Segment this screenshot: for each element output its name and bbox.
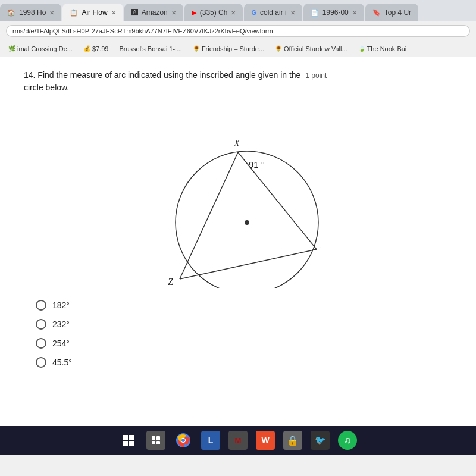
bookmark-bonsai-label: Brussel's Bonsai 1-i... — [119, 45, 181, 52]
tab-1996-icon: 📄 — [311, 9, 319, 17]
point-x-label: X — [233, 138, 240, 148]
question-points: 1 point — [305, 71, 327, 80]
tab-airflow-label: Air Flow — [82, 8, 107, 17]
tab-335[interactable]: ▶ (335) Ch ✕ — [184, 4, 243, 21]
svg-point-15 — [181, 439, 185, 442]
taskbar-office-icon[interactable]: W — [256, 431, 275, 450]
address-input[interactable]: rms/d/e/1FAlpQLSdLsH0P-27aJEScRTm9bkhA77… — [6, 25, 470, 37]
taskbar-files-icon[interactable] — [146, 431, 165, 450]
svg-rect-9 — [156, 436, 160, 440]
tab-1996[interactable]: 📄 1996-00 ✕ — [303, 4, 364, 21]
taskbar-lol-icon[interactable]: L — [201, 431, 220, 450]
option-45[interactable]: 45.5° — [36, 357, 452, 368]
option-182[interactable]: 182° — [36, 300, 452, 311]
question-text2: circle below. — [24, 83, 69, 92]
tab-1998-icon: 🏠 — [7, 9, 15, 17]
svg-rect-11 — [156, 441, 160, 444]
bookmark-nook-label: The Nook Bui — [367, 45, 407, 52]
taskbar-spotify-icon[interactable]: ♫ — [338, 431, 357, 450]
bookmark-price-icon: 💰 — [83, 45, 90, 52]
tab-amazon-close[interactable]: ✕ — [171, 10, 176, 16]
taskbar: L M W 🔒 🐦 ♫ — [0, 426, 476, 455]
answer-options: 182° 232° 254° 45.5° — [24, 300, 452, 368]
svg-rect-6 — [123, 441, 128, 446]
taskbar-bird-icon[interactable]: 🐦 — [311, 431, 330, 450]
tab-amazon-icon: 🅰 — [131, 9, 138, 16]
taskbar-chrome-icon[interactable] — [174, 431, 193, 450]
bookmark-friendship-label: Friendship – Starde... — [202, 45, 264, 52]
tab-amazon-label: Amazon — [142, 8, 168, 17]
option-182-label: 182° — [52, 300, 70, 310]
tab-335-close[interactable]: ✕ — [231, 10, 236, 16]
bookmark-animal-crossing-icon: 🌿 — [8, 45, 15, 52]
svg-rect-4 — [123, 435, 128, 440]
tab-airflow-icon: 📋 — [70, 9, 78, 17]
radio-182[interactable] — [36, 300, 46, 311]
taskbar-windows-icon[interactable] — [119, 431, 138, 450]
tab-top4[interactable]: 🔖 Top 4 Ur — [365, 4, 418, 21]
diagram-container: X Y Z 91 ° ? — [24, 104, 452, 288]
content-area: 14. Find the measure of arc indicated us… — [0, 57, 476, 426]
center-dot — [245, 220, 249, 225]
bookmark-price-label: $7.99 — [92, 45, 109, 52]
tab-cold-close[interactable]: ✕ — [290, 10, 295, 16]
tab-1996-close[interactable]: ✕ — [352, 10, 357, 16]
bookmark-stardew-label: Official Stardew Vall... — [284, 45, 347, 52]
tab-airflow-close[interactable]: ✕ — [111, 10, 116, 16]
option-45-label: 45.5° — [52, 358, 72, 367]
tab-cold-label: cold air i — [260, 8, 287, 17]
bookmark-animal-crossing-label: imal Crossing De... — [17, 45, 73, 52]
question-text: Find the measure of arc indicated using … — [37, 70, 300, 80]
bookmarks-bar: 🌿 imal Crossing De... 💰 $7.99 Brussel's … — [0, 40, 476, 57]
angle-label: 91 ° — [249, 159, 265, 170]
address-bar: rms/d/e/1FAlpQLSdLsH0P-27aJEScRTm9bkhA77… — [0, 21, 476, 40]
tab-1996-label: 1996-00 — [322, 8, 349, 17]
tab-335-icon: ▶ — [192, 9, 196, 17]
browser-chrome: 🏠 1998 Ho ✕ 📋 Air Flow ✕ 🅰 Amazon ✕ ▶ (3… — [0, 0, 476, 57]
bookmark-nook-icon: 🍃 — [358, 45, 365, 52]
tab-bar: 🏠 1998 Ho ✕ 📋 Air Flow ✕ 🅰 Amazon ✕ ▶ (3… — [0, 0, 476, 21]
svg-rect-10 — [152, 441, 155, 444]
radio-45[interactable] — [36, 357, 46, 368]
question-number: 14. — [24, 70, 35, 80]
tab-1998-label: 1998 Ho — [19, 8, 46, 17]
bookmark-stardew-icon: 🌻 — [275, 45, 282, 52]
option-232-label: 232° — [52, 320, 70, 329]
svg-point-0 — [176, 151, 318, 288]
option-254-label: 254° — [52, 339, 70, 348]
svg-rect-7 — [129, 441, 134, 446]
bookmark-nook[interactable]: 🍃 The Nook Bui — [355, 44, 411, 54]
tab-335-label: (335) Ch — [200, 8, 228, 17]
tab-top4-label: Top 4 Ur — [384, 8, 411, 17]
option-232[interactable]: 232° — [36, 319, 452, 330]
option-254[interactable]: 254° — [36, 338, 452, 349]
tab-top4-icon: 🔖 — [372, 9, 381, 17]
bookmark-animal-crossing[interactable]: 🌿 imal Crossing De... — [5, 44, 76, 54]
svg-rect-8 — [152, 436, 155, 440]
svg-line-2 — [180, 152, 238, 279]
taskbar-lock-icon[interactable]: 🔒 — [283, 431, 302, 450]
bookmark-friendship-icon: 🌻 — [193, 45, 200, 52]
radio-254[interactable] — [36, 338, 46, 349]
taskbar-malware-icon[interactable]: M — [228, 431, 248, 450]
tab-cold-icon: G — [251, 9, 256, 16]
tab-1998-close[interactable]: ✕ — [49, 10, 54, 16]
tab-amazon[interactable]: 🅰 Amazon ✕ — [124, 4, 183, 21]
tab-1998[interactable]: 🏠 1998 Ho ✕ — [0, 4, 61, 21]
bookmark-price[interactable]: 💰 $7.99 — [80, 44, 112, 54]
tab-airflow[interactable]: 📋 Air Flow ✕ — [62, 4, 123, 21]
bookmark-bonsai[interactable]: Brussel's Bonsai 1-i... — [115, 44, 185, 54]
question-header: 14. Find the measure of arc indicated us… — [24, 69, 452, 94]
bookmark-stardew[interactable]: 🌻 Official Stardew Vall... — [271, 44, 351, 54]
svg-rect-5 — [129, 435, 134, 440]
geometry-diagram: X Y Z 91 ° ? — [155, 104, 321, 288]
radio-232[interactable] — [36, 319, 46, 330]
tab-cold[interactable]: G cold air i ✕ — [244, 4, 302, 21]
bookmark-friendship[interactable]: 🌻 Friendship – Starde... — [189, 44, 268, 54]
point-y-label: Y — [320, 245, 321, 255]
point-z-label: Z — [168, 277, 174, 287]
